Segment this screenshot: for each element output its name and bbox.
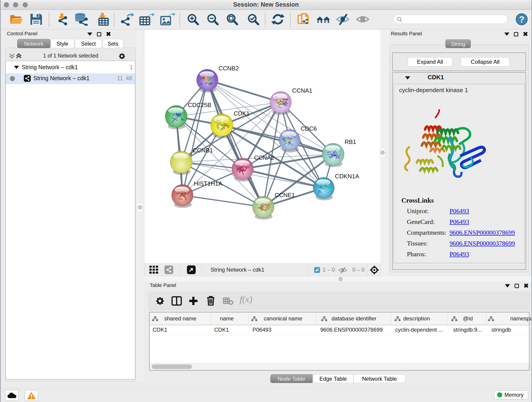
svg-text:CDC25B: CDC25B (188, 102, 211, 108)
svg-text:CDKN1A: CDKN1A (335, 173, 359, 180)
svg-text:CDK1: CDK1 (234, 110, 249, 117)
svg-text:RB1: RB1 (345, 138, 356, 145)
svg-text:CCNA1: CCNA1 (292, 87, 312, 94)
svg-text:CCNB2: CCNB2 (219, 65, 239, 72)
svg-text:HIST1H1A: HIST1H1A (194, 180, 222, 187)
svg-text:CCNB1: CCNB1 (193, 147, 213, 154)
svg-text:CCNE1: CCNE1 (275, 191, 295, 198)
svg-text:CCNA2: CCNA2 (254, 154, 274, 161)
svg-text:CDC6: CDC6 (301, 125, 317, 132)
